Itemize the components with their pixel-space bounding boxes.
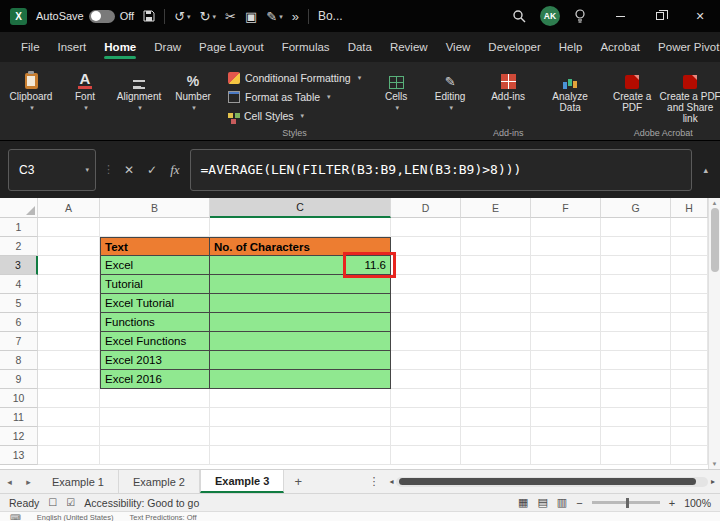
cell-F8[interactable]	[531, 351, 601, 370]
cell-D7[interactable]	[391, 332, 461, 351]
row-header-5[interactable]: 5	[0, 294, 38, 313]
menu-power-pivot[interactable]: Power Pivot	[649, 32, 720, 62]
new-sheet-button[interactable]: +	[284, 470, 312, 493]
cell-G6[interactable]	[601, 313, 671, 332]
cell-C8[interactable]	[210, 351, 391, 370]
cell-G5[interactable]	[601, 294, 671, 313]
tab-scroll-left-icon[interactable]: ◂	[0, 470, 19, 493]
font-button[interactable]: A Font ▾	[62, 65, 108, 112]
cell-D3[interactable]	[391, 256, 461, 275]
cell-H11[interactable]	[671, 408, 708, 427]
cell-G11[interactable]	[601, 408, 671, 427]
cell-E3[interactable]	[461, 256, 531, 275]
horizontal-scroll-thumb[interactable]	[399, 478, 696, 485]
cell-C6[interactable]	[210, 313, 391, 332]
close-button[interactable]: ✕	[680, 0, 720, 32]
cancel-entry-button[interactable]: ✕	[121, 163, 137, 177]
cell-F6[interactable]	[531, 313, 601, 332]
cell-G2[interactable]	[601, 237, 671, 256]
cell-A6[interactable]	[38, 313, 100, 332]
menu-insert[interactable]: Insert	[49, 32, 96, 62]
column-header-H[interactable]: H	[671, 198, 708, 218]
cell-G8[interactable]	[601, 351, 671, 370]
cell-E4[interactable]	[461, 275, 531, 294]
analyze-data-button[interactable]: Analyze Data	[543, 65, 597, 113]
menu-file[interactable]: File	[12, 32, 49, 62]
menu-draw[interactable]: Draw	[145, 32, 190, 62]
cell-B9[interactable]: Excel 2016	[100, 370, 210, 389]
cell-F7[interactable]	[531, 332, 601, 351]
cell-H3[interactable]	[671, 256, 708, 275]
cell-G13[interactable]	[601, 446, 671, 465]
cell-C9[interactable]	[210, 370, 391, 389]
row-header-3[interactable]: 3	[0, 256, 38, 275]
confirm-entry-button[interactable]: ✓	[144, 163, 160, 177]
cell-A13[interactable]	[38, 446, 100, 465]
create-pdf-share-button[interactable]: Create a PDF and Share link	[659, 65, 720, 124]
zoom-slider[interactable]	[592, 501, 660, 504]
clipboard-button[interactable]: Clipboard ▾	[8, 65, 54, 112]
name-box[interactable]: C3 ▾	[8, 149, 96, 191]
format-painter-button[interactable]: ✎▾	[266, 10, 282, 23]
cell-C1[interactable]	[210, 218, 391, 237]
menu-acrobat[interactable]: Acrobat	[591, 32, 649, 62]
autosave-control[interactable]: AutoSave Off	[36, 10, 134, 23]
menu-home[interactable]: Home	[95, 32, 145, 62]
row-header-11[interactable]: 11	[0, 408, 38, 427]
search-button[interactable]	[512, 9, 526, 23]
format-as-table-button[interactable]: Format as Table ▾	[224, 88, 335, 105]
row-header-4[interactable]: 4	[0, 275, 38, 294]
cell-H5[interactable]	[671, 294, 708, 313]
cell-E10[interactable]	[461, 389, 531, 408]
cell-A11[interactable]	[38, 408, 100, 427]
row-header-7[interactable]: 7	[0, 332, 38, 351]
cell-C2[interactable]: No. of Characters	[210, 237, 391, 256]
cell-B8[interactable]: Excel 2013	[100, 351, 210, 370]
cell-H13[interactable]	[671, 446, 708, 465]
page-layout-view-icon[interactable]: ▤	[537, 496, 547, 509]
cell-F5[interactable]	[531, 294, 601, 313]
cell-E1[interactable]	[461, 218, 531, 237]
menu-data[interactable]: Data	[339, 32, 381, 62]
cell-F12[interactable]	[531, 427, 601, 446]
horizontal-scrollbar[interactable]: ◂ ▸	[389, 470, 720, 493]
cell-B12[interactable]	[100, 427, 210, 446]
formula-bar-drag-handle[interactable]: ⋮	[103, 163, 114, 176]
cell-H7[interactable]	[671, 332, 708, 351]
cell-C13[interactable]	[210, 446, 391, 465]
cell-C3[interactable]: 11.6	[210, 256, 391, 275]
editing-button[interactable]: ✎ Editing ▾	[427, 65, 473, 112]
cell-D5[interactable]	[391, 294, 461, 313]
cell-B5[interactable]: Excel Tutorial	[100, 294, 210, 313]
cell-G1[interactable]	[601, 218, 671, 237]
column-header-F[interactable]: F	[531, 198, 601, 218]
cell-G3[interactable]	[601, 256, 671, 275]
insert-function-button[interactable]: fx	[167, 162, 182, 178]
sheet-tab-example-1[interactable]: Example 1	[38, 470, 119, 493]
cell-D6[interactable]	[391, 313, 461, 332]
column-header-G[interactable]: G	[601, 198, 671, 218]
redo-button[interactable]: ↻▾	[200, 10, 216, 23]
row-header-1[interactable]: 1	[0, 218, 38, 237]
create-pdf-button[interactable]: Create a PDF	[605, 65, 659, 113]
menu-view[interactable]: View	[437, 32, 480, 62]
cell-A9[interactable]	[38, 370, 100, 389]
row-header-2[interactable]: 2	[0, 237, 38, 256]
cell-B2[interactable]: Text	[100, 237, 210, 256]
row-header-9[interactable]: 9	[0, 370, 38, 389]
cell-H12[interactable]	[671, 427, 708, 446]
cell-B6[interactable]: Functions	[100, 313, 210, 332]
cell-E13[interactable]	[461, 446, 531, 465]
cell-E12[interactable]	[461, 427, 531, 446]
cell-A8[interactable]	[38, 351, 100, 370]
cell-D2[interactable]	[391, 237, 461, 256]
column-header-B[interactable]: B	[100, 198, 210, 218]
copy-button[interactable]: ▣	[245, 10, 257, 23]
select-all-corner[interactable]	[0, 198, 38, 218]
cell-B13[interactable]	[100, 446, 210, 465]
cell-E2[interactable]	[461, 237, 531, 256]
sheet-tab-example-2[interactable]: Example 2	[119, 470, 200, 493]
cell-E11[interactable]	[461, 408, 531, 427]
cell-E5[interactable]	[461, 294, 531, 313]
cells-button[interactable]: Cells ▾	[373, 65, 419, 112]
